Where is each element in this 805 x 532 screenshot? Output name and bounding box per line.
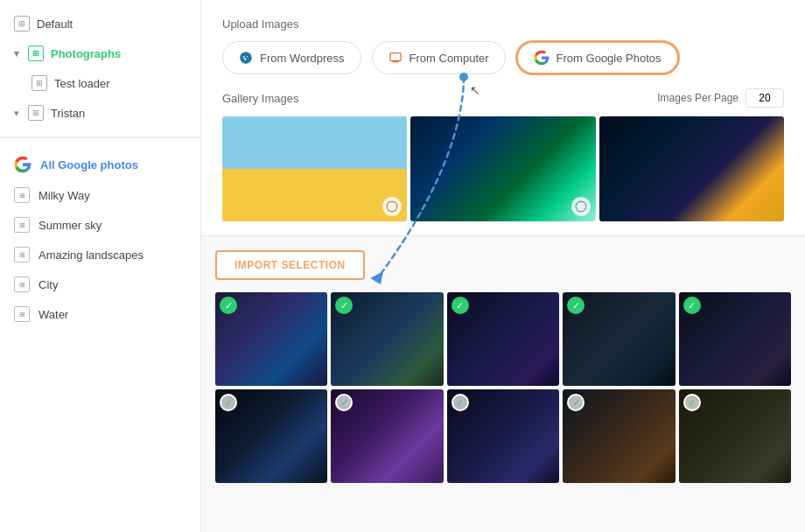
check-badge-4: ✓ (567, 297, 584, 314)
upload-section: Upload Images From Wordpress From Comput… (201, 0, 805, 236)
google-sidebar-all-label: All Google photos (40, 158, 138, 172)
sidebar: ⊞ Default ▾ ⊞ Photographs ⊞ Test loader … (0, 0, 201, 532)
gallery-image-2[interactable] (410, 116, 595, 221)
sidebar-item-photographs[interactable]: ▾ ⊞ Photographs (0, 38, 200, 68)
gallery-label: Gallery Images (222, 92, 298, 105)
main-content: Upload Images From Wordpress From Comput… (201, 0, 805, 532)
tristan-icon: ⊞ (28, 105, 44, 121)
google-sidebar-summer-sky[interactable]: ⊞ Summer sky (0, 210, 200, 240)
check-badge-9: ✓ (567, 394, 584, 411)
gallery-image-1[interactable] (222, 116, 407, 221)
photo-cell-9[interactable]: ✓ (563, 389, 675, 483)
photo-cell-3[interactable]: ✓ (447, 292, 559, 386)
check-badge-7: ✓ (335, 394, 353, 411)
photographs-icon: ⊞ (28, 46, 44, 61)
sidebar-item-default-label: Default (37, 18, 73, 31)
sidebar-tree: ⊞ Default ▾ ⊞ Photographs ⊞ Test loader … (0, 0, 200, 137)
overlay-icon-2 (575, 200, 587, 213)
import-selection-button[interactable]: IMPORT SELECTION (215, 250, 365, 280)
sidebar-item-default[interactable]: ⊞ Default (0, 9, 200, 38)
sidebar-item-tristan-label: Tristan (51, 107, 85, 120)
upload-label: Upload Images (222, 18, 784, 31)
upload-google-label: From Google Photos (556, 52, 662, 65)
gallery-logo-2 (571, 197, 591, 216)
images-per-page-label: Images Per Page (657, 92, 738, 104)
album-water-icon: ⊞ (14, 306, 30, 322)
photo-grid: ✓ ✓ ✓ ✓ ✓ ✓ ✓ (215, 292, 791, 483)
computer-icon (388, 51, 402, 65)
google-sidebar-water-label: Water (38, 308, 68, 321)
import-area: IMPORT SELECTION ✓ ✓ ✓ ✓ ✓ (201, 236, 805, 532)
sidebar-item-test-loader-label: Test loader (54, 77, 110, 90)
upload-computer-label: From Computer (410, 52, 489, 65)
photo-cell-2[interactable]: ✓ (331, 292, 443, 386)
album-landscapes-icon: ⊞ (14, 247, 30, 262)
gallery-logo-1 (382, 197, 402, 216)
check-badge-2: ✓ (335, 297, 353, 314)
google-sidebar-city[interactable]: ⊞ City (0, 270, 200, 299)
sidebar-item-photographs-label: Photographs (51, 47, 121, 60)
test-loader-icon: ⊞ (32, 75, 47, 91)
album-milky-way-icon: ⊞ (14, 187, 30, 203)
photo-cell-1[interactable]: ✓ (215, 292, 327, 386)
images-per-page-control: Images Per Page 20 (657, 88, 784, 108)
album-city-icon: ⊞ (14, 276, 30, 292)
photo-cell-4[interactable]: ✓ (563, 292, 675, 386)
default-icon: ⊞ (14, 16, 30, 32)
photo-cell-10[interactable]: ✓ (679, 389, 791, 483)
upload-wordpress-label: From Wordpress (260, 52, 345, 65)
check-badge-1: ✓ (220, 297, 237, 314)
photo-cell-8[interactable]: ✓ (447, 389, 559, 483)
upload-buttons-group: From Wordpress From Computer From Google… (222, 41, 784, 74)
overlay-icon-1 (386, 200, 398, 213)
chevron-down-icon-tristan: ▾ (14, 108, 19, 119)
svg-point-0 (387, 201, 397, 212)
wordpress-icon (239, 51, 253, 65)
images-per-page-input[interactable]: 20 (746, 88, 784, 108)
check-badge-8: ✓ (452, 394, 469, 411)
google-sidebar-milky-way-label: Milky Way (38, 189, 90, 202)
album-summer-sky-icon: ⊞ (14, 217, 30, 233)
upload-from-wordpress-button[interactable]: From Wordpress (222, 41, 361, 74)
sidebar-item-test-loader[interactable]: ⊞ Test loader (0, 68, 200, 98)
google-photos-sidebar: All Google photos ⊞ Milky Way ⊞ Summer s… (0, 137, 201, 532)
google-logo-icon (14, 156, 32, 173)
photo-cell-7[interactable]: ✓ (331, 389, 443, 483)
google-sidebar-water[interactable]: ⊞ Water (0, 299, 200, 329)
google-sidebar-milky-way[interactable]: ⊞ Milky Way (0, 180, 200, 210)
check-badge-3: ✓ (452, 297, 469, 314)
check-badge-5: ✓ (683, 297, 701, 314)
google-sidebar-summer-sky-label: Summer sky (38, 219, 102, 232)
upload-from-computer-button[interactable]: From Computer (372, 41, 506, 74)
upload-from-google-button[interactable]: From Google Photos (516, 41, 679, 74)
check-badge-10: ✓ (683, 394, 701, 411)
photo-cell-6[interactable]: ✓ (215, 389, 327, 483)
gallery-images-strip (222, 116, 784, 221)
photo-cell-5[interactable]: ✓ (679, 292, 791, 386)
google-sidebar-landscapes[interactable]: ⊞ Amazing landscapes (0, 240, 200, 270)
google-sidebar-city-label: City (38, 278, 58, 291)
google-photos-btn-icon (534, 50, 550, 66)
gallery-image-3[interactable] (599, 116, 784, 221)
sidebar-item-tristan[interactable]: ▾ ⊞ Tristan (0, 98, 200, 128)
check-badge-6: ✓ (220, 394, 237, 411)
svg-point-1 (576, 201, 586, 212)
gallery-header: Gallery Images Images Per Page 20 (222, 88, 784, 108)
google-photos-panel: IMPORT SELECTION ✓ ✓ ✓ ✓ ✓ (201, 236, 805, 532)
chevron-down-icon: ▾ (14, 48, 19, 60)
google-sidebar-all[interactable]: All Google photos (0, 149, 200, 180)
google-sidebar-landscapes-label: Amazing landscapes (38, 248, 144, 262)
